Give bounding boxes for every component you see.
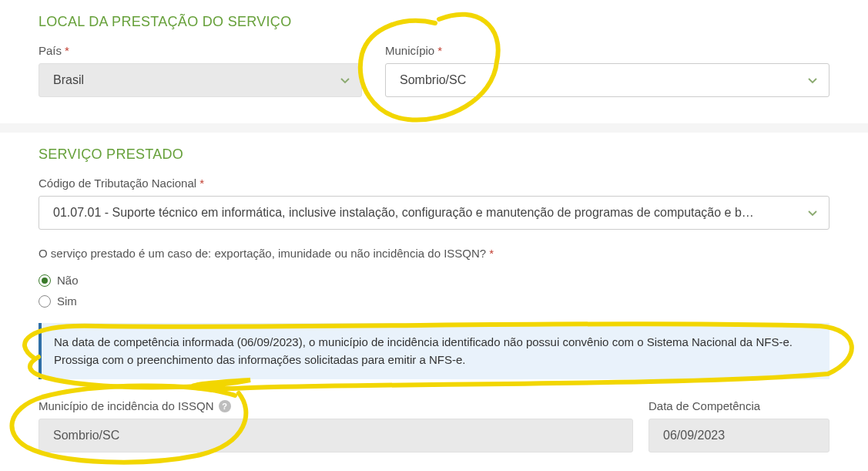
section-title-servico: SERVIÇO PRESTADO [39, 146, 829, 163]
radio-dot [42, 278, 48, 284]
label-municipio-text: Município [385, 44, 434, 57]
label-pais-text: País [39, 44, 62, 57]
row-bottom: Município de incidência do ISSQN ? Sombr… [39, 399, 829, 452]
chevron-down-icon [807, 207, 818, 218]
label-dc-text: Data de Competência [648, 399, 760, 412]
label-codigo: Código de Tributação Nacional * [39, 177, 829, 190]
label-municipio: Município * [385, 44, 829, 57]
field-codigo-tributacao: Código de Tributação Nacional * 01.07.01… [39, 177, 829, 230]
radio-circle-unchecked [39, 295, 51, 308]
radio-sim-label: Sim [57, 294, 77, 308]
radio-circle-checked [39, 274, 51, 287]
input-municipio-incidencia: Sombrio/SC [39, 419, 633, 452]
field-municipio: Município * Sombrio/SC [385, 44, 829, 97]
section-servico-prestado: SERVIÇO PRESTADO Código de Tributação Na… [0, 133, 868, 471]
label-pais: País * [39, 44, 362, 57]
field-issqn-question: O serviço prestado é um caso de: exporta… [39, 247, 829, 308]
field-data-competencia: Data de Competência 06/09/2023 [648, 399, 829, 452]
select-pais-value: Brasil [53, 73, 340, 87]
label-data-competencia: Data de Competência [648, 399, 829, 412]
alert-text: Na data de competência informada (06/09/… [54, 335, 793, 366]
select-municipio[interactable]: Sombrio/SC [385, 63, 829, 97]
radio-nao-label: Não [57, 274, 79, 287]
select-pais[interactable]: Brasil [39, 63, 362, 97]
required-asterisk: * [65, 44, 69, 57]
chevron-down-icon [807, 75, 818, 86]
mi-value: Sombrio/SC [53, 429, 119, 442]
help-icon[interactable]: ? [219, 400, 231, 412]
alert-convenio: Na data de competência informada (06/09/… [39, 323, 829, 379]
select-municipio-value: Sombrio/SC [400, 73, 807, 87]
section-local-prestacao: LOCAL DA PRESTAÇÃO DO SERVIÇO País * Bra… [0, 0, 868, 123]
chevron-down-icon [340, 75, 350, 86]
label-issqn-text: O serviço prestado é um caso de: exporta… [39, 247, 486, 260]
required-asterisk: * [437, 44, 442, 57]
field-pais: País * Brasil [39, 44, 362, 97]
select-codigo-value: 01.07.01 - Suporte técnico em informátic… [53, 206, 807, 220]
radio-group-issqn: Não Sim [39, 274, 829, 308]
select-codigo-tributacao[interactable]: 01.07.01 - Suporte técnico em informátic… [39, 196, 829, 230]
required-asterisk: * [199, 177, 204, 190]
field-municipio-incidencia: Município de incidência do ISSQN ? Sombr… [39, 399, 633, 452]
radio-sim[interactable]: Sim [39, 294, 829, 308]
label-issqn-question: O serviço prestado é um caso de: exporta… [39, 247, 829, 260]
section-title-local: LOCAL DA PRESTAÇÃO DO SERVIÇO [39, 14, 829, 30]
required-asterisk: * [489, 247, 494, 260]
label-municipio-incidencia: Município de incidência do ISSQN ? [39, 399, 633, 412]
label-codigo-text: Código de Tributação Nacional [39, 177, 196, 190]
dc-value: 06/09/2023 [663, 429, 725, 442]
row-local: País * Brasil Município * Sombrio/SC [39, 44, 829, 97]
label-mi-text: Município de incidência do ISSQN [39, 399, 214, 412]
input-data-competencia: 06/09/2023 [648, 419, 829, 452]
radio-nao[interactable]: Não [39, 274, 829, 287]
